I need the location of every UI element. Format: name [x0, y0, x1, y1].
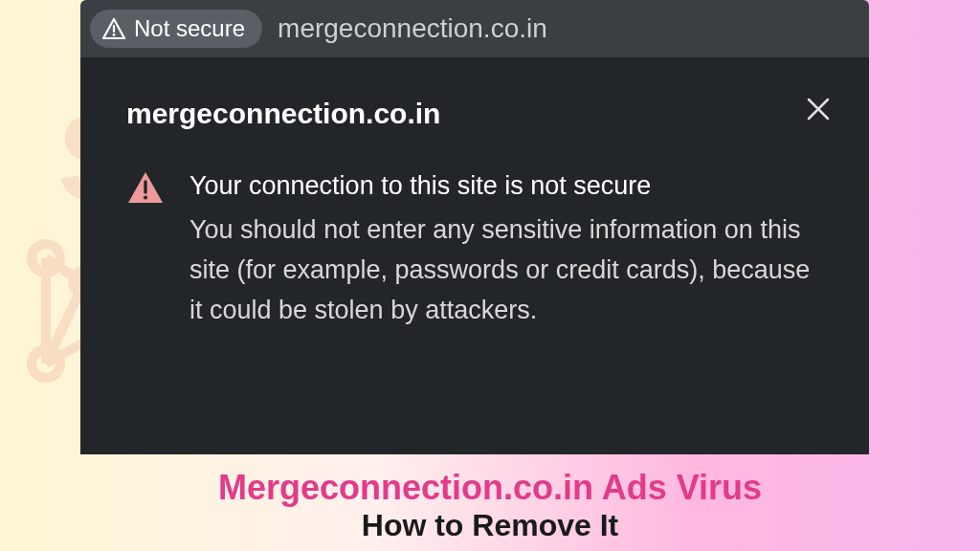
- site-security-panel: mergeconnection.co.in Your connection to…: [80, 57, 869, 454]
- svg-point-9: [113, 33, 116, 36]
- security-chip[interactable]: Not secure: [90, 10, 262, 48]
- caption: Mergeconnection.co.in Ads Virus How to R…: [0, 468, 980, 543]
- panel-host: mergeconnection.co.in: [126, 98, 823, 130]
- address-bar: Not secure mergeconnection.co.in: [80, 0, 869, 57]
- address-url[interactable]: mergeconnection.co.in: [272, 13, 547, 44]
- browser-window: Not secure mergeconnection.co.in mergeco…: [80, 0, 869, 454]
- security-chip-label: Not secure: [134, 15, 245, 42]
- caption-subtitle: How to Remove It: [0, 508, 980, 543]
- caption-title: Mergeconnection.co.in Ads Virus: [0, 468, 980, 508]
- warning-body: You should not enter any sensitive infor…: [189, 215, 810, 324]
- warning-triangle-icon: [126, 170, 165, 205]
- warning-text: Your connection to this site is not secu…: [189, 166, 823, 330]
- close-button[interactable]: [806, 96, 831, 128]
- warning-row: Your connection to this site is not secu…: [126, 166, 823, 330]
- warning-heading: Your connection to this site is not secu…: [189, 166, 823, 207]
- svg-point-13: [144, 195, 147, 199]
- warning-triangle-icon: [101, 17, 126, 40]
- warning-icon-wrap: [126, 170, 165, 209]
- close-icon: [806, 97, 831, 121]
